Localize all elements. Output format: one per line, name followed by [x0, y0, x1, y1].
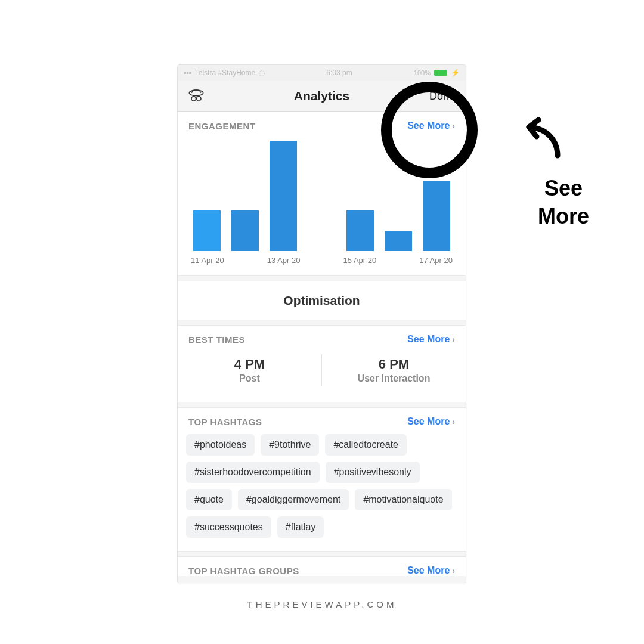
incognito-icon[interactable] [186, 85, 206, 107]
best-time-label: User Interaction [322, 373, 466, 384]
battery-pct: 100% [414, 69, 431, 76]
annotation-arrow-icon [522, 116, 569, 166]
chart-x-label: 11 Apr 20 [188, 256, 227, 265]
annotation-text: See More [519, 175, 608, 231]
signal-icon: ▪▪▪ [184, 69, 191, 77]
wifi-icon: ◌ [259, 69, 265, 77]
status-time: 6:03 pm [326, 69, 352, 77]
engagement-chart: 11 Apr 20.13 Apr 20.15 Apr 20.17 Apr 20 [178, 137, 466, 275]
footer-watermark: THEPREVIEWAPP.COM [0, 599, 644, 609]
status-bar: ▪▪▪ Telstra #StayHome ◌ 6:03 pm 100% ⚡ [178, 65, 466, 80]
page-title: Analytics [294, 89, 349, 103]
hashtag-chip[interactable]: #9tothrive [261, 434, 319, 456]
chart-bar [230, 141, 260, 251]
top-hashtag-groups-see-more[interactable]: See More › [407, 565, 455, 576]
best-time-column: 4 PMPost [178, 354, 321, 386]
hashtag-chip[interactable]: #calledtocreate [325, 434, 407, 456]
chart-bar [268, 141, 298, 251]
chart-x-label: 15 Apr 20 [340, 256, 379, 265]
top-hashtags-card: TOP HASHTAGS See More › #photoideas#9tot… [178, 407, 466, 552]
chart-bar [422, 141, 451, 251]
svg-point-1 [191, 96, 196, 100]
content-scroll[interactable]: ENGAGEMENT See More › 11 Apr 20.13 Apr 2… [178, 112, 466, 583]
engagement-see-more[interactable]: See More › [407, 120, 455, 131]
chart-bar [192, 141, 222, 251]
best-times-card: BEST TIMES See More › 4 PMPost6 PMUser I… [178, 325, 466, 402]
chart-x-label: 13 Apr 20 [265, 256, 303, 265]
best-times-title: BEST TIMES [188, 335, 245, 345]
chart-bar [306, 141, 336, 251]
top-hashtags-see-more[interactable]: See More › [407, 416, 455, 427]
best-time-value: 4 PM [178, 357, 321, 372]
hashtag-chip[interactable]: #sisterhoodovercompetition [186, 462, 320, 483]
hashtag-chip[interactable]: #positivevibesonly [326, 462, 420, 483]
top-hashtag-groups-title: TOP HASHTAG GROUPS [188, 566, 299, 576]
optimisation-header: Optimisation [178, 281, 466, 320]
top-hashtags-title: TOP HASHTAGS [188, 417, 262, 427]
screen-header: Analytics Done [178, 80, 466, 112]
chart-bar [345, 141, 375, 251]
top-hashtag-groups-card: TOP HASHTAG GROUPS See More › [178, 556, 466, 576]
hashtag-chip[interactable]: #motivationalquote [355, 489, 451, 510]
chevron-right-icon: › [452, 566, 455, 575]
svg-point-2 [197, 96, 201, 100]
optimisation-title: Optimisation [178, 293, 466, 308]
hashtag-chip[interactable]: #photoideas [186, 434, 255, 456]
phone-frame: ▪▪▪ Telstra #StayHome ◌ 6:03 pm 100% ⚡ A… [177, 64, 466, 583]
hashtag-chip[interactable]: #goaldiggermovement [238, 489, 349, 510]
chart-x-label: 17 Apr 20 [417, 256, 455, 265]
carrier-text: Telstra #StayHome [195, 69, 255, 77]
best-time-label: Post [178, 373, 321, 384]
hashtag-chip[interactable]: #successquotes [186, 516, 271, 538]
best-time-value: 6 PM [322, 357, 466, 372]
best-time-column: 6 PMUser Interaction [321, 354, 466, 386]
chevron-right-icon: › [452, 417, 455, 426]
charging-icon: ⚡ [451, 69, 460, 77]
engagement-title: ENGAGEMENT [188, 121, 256, 131]
done-button[interactable]: Done [429, 89, 455, 102]
battery-icon [434, 70, 447, 76]
chart-bar [383, 141, 413, 251]
chevron-right-icon: › [452, 121, 455, 131]
hashtag-chip[interactable]: #quote [186, 489, 232, 510]
best-times-see-more[interactable]: See More › [407, 334, 455, 345]
engagement-card: ENGAGEMENT See More › 11 Apr 20.13 Apr 2… [178, 112, 466, 276]
hashtag-chip[interactable]: #flatlay [277, 516, 324, 538]
chevron-right-icon: › [452, 335, 455, 344]
